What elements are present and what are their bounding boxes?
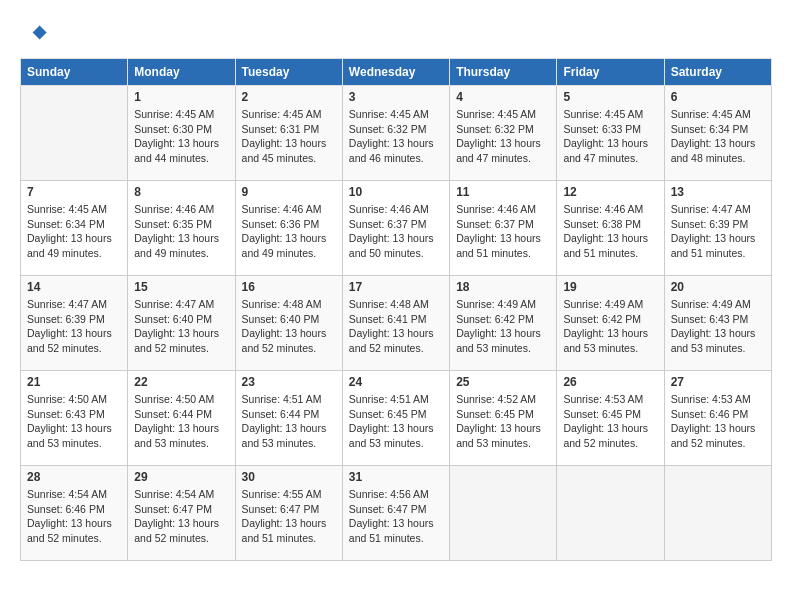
day-number: 3 — [349, 90, 443, 104]
day-cell: 2Sunrise: 4:45 AMSunset: 6:31 PMDaylight… — [235, 86, 342, 181]
day-cell: 29Sunrise: 4:54 AMSunset: 6:47 PMDayligh… — [128, 466, 235, 561]
day-number: 22 — [134, 375, 228, 389]
day-cell: 27Sunrise: 4:53 AMSunset: 6:46 PMDayligh… — [664, 371, 771, 466]
day-number: 18 — [456, 280, 550, 294]
day-cell: 11Sunrise: 4:46 AMSunset: 6:37 PMDayligh… — [450, 181, 557, 276]
day-info: Sunrise: 4:55 AMSunset: 6:47 PMDaylight:… — [242, 487, 336, 546]
day-cell: 17Sunrise: 4:48 AMSunset: 6:41 PMDayligh… — [342, 276, 449, 371]
day-cell: 10Sunrise: 4:46 AMSunset: 6:37 PMDayligh… — [342, 181, 449, 276]
day-cell: 26Sunrise: 4:53 AMSunset: 6:45 PMDayligh… — [557, 371, 664, 466]
day-number: 7 — [27, 185, 121, 199]
day-number: 6 — [671, 90, 765, 104]
day-number: 28 — [27, 470, 121, 484]
header-wednesday: Wednesday — [342, 59, 449, 86]
day-number: 13 — [671, 185, 765, 199]
day-info: Sunrise: 4:45 AMSunset: 6:34 PMDaylight:… — [27, 202, 121, 261]
week-row-3: 14Sunrise: 4:47 AMSunset: 6:39 PMDayligh… — [21, 276, 772, 371]
day-number: 10 — [349, 185, 443, 199]
week-row-5: 28Sunrise: 4:54 AMSunset: 6:46 PMDayligh… — [21, 466, 772, 561]
calendar-header-row: SundayMondayTuesdayWednesdayThursdayFrid… — [21, 59, 772, 86]
day-number: 19 — [563, 280, 657, 294]
day-cell: 3Sunrise: 4:45 AMSunset: 6:32 PMDaylight… — [342, 86, 449, 181]
page-header — [20, 20, 772, 48]
day-info: Sunrise: 4:51 AMSunset: 6:45 PMDaylight:… — [349, 392, 443, 451]
day-cell: 1Sunrise: 4:45 AMSunset: 6:30 PMDaylight… — [128, 86, 235, 181]
day-info: Sunrise: 4:56 AMSunset: 6:47 PMDaylight:… — [349, 487, 443, 546]
header-monday: Monday — [128, 59, 235, 86]
day-cell: 9Sunrise: 4:46 AMSunset: 6:36 PMDaylight… — [235, 181, 342, 276]
day-cell: 21Sunrise: 4:50 AMSunset: 6:43 PMDayligh… — [21, 371, 128, 466]
day-number: 16 — [242, 280, 336, 294]
day-info: Sunrise: 4:53 AMSunset: 6:46 PMDaylight:… — [671, 392, 765, 451]
day-cell: 4Sunrise: 4:45 AMSunset: 6:32 PMDaylight… — [450, 86, 557, 181]
day-info: Sunrise: 4:45 AMSunset: 6:34 PMDaylight:… — [671, 107, 765, 166]
day-cell — [664, 466, 771, 561]
day-info: Sunrise: 4:54 AMSunset: 6:46 PMDaylight:… — [27, 487, 121, 546]
day-info: Sunrise: 4:51 AMSunset: 6:44 PMDaylight:… — [242, 392, 336, 451]
day-number: 17 — [349, 280, 443, 294]
logo — [20, 20, 52, 48]
day-info: Sunrise: 4:48 AMSunset: 6:40 PMDaylight:… — [242, 297, 336, 356]
day-number: 26 — [563, 375, 657, 389]
day-number: 12 — [563, 185, 657, 199]
day-info: Sunrise: 4:46 AMSunset: 6:37 PMDaylight:… — [456, 202, 550, 261]
day-info: Sunrise: 4:46 AMSunset: 6:35 PMDaylight:… — [134, 202, 228, 261]
day-info: Sunrise: 4:47 AMSunset: 6:40 PMDaylight:… — [134, 297, 228, 356]
header-saturday: Saturday — [664, 59, 771, 86]
day-info: Sunrise: 4:46 AMSunset: 6:37 PMDaylight:… — [349, 202, 443, 261]
header-thursday: Thursday — [450, 59, 557, 86]
day-info: Sunrise: 4:47 AMSunset: 6:39 PMDaylight:… — [671, 202, 765, 261]
day-info: Sunrise: 4:49 AMSunset: 6:42 PMDaylight:… — [563, 297, 657, 356]
day-info: Sunrise: 4:46 AMSunset: 6:38 PMDaylight:… — [563, 202, 657, 261]
day-cell: 13Sunrise: 4:47 AMSunset: 6:39 PMDayligh… — [664, 181, 771, 276]
day-number: 31 — [349, 470, 443, 484]
day-number: 1 — [134, 90, 228, 104]
day-cell: 22Sunrise: 4:50 AMSunset: 6:44 PMDayligh… — [128, 371, 235, 466]
day-info: Sunrise: 4:45 AMSunset: 6:32 PMDaylight:… — [349, 107, 443, 166]
svg-marker-0 — [33, 26, 47, 40]
day-info: Sunrise: 4:45 AMSunset: 6:32 PMDaylight:… — [456, 107, 550, 166]
day-cell — [21, 86, 128, 181]
day-number: 11 — [456, 185, 550, 199]
day-cell: 7Sunrise: 4:45 AMSunset: 6:34 PMDaylight… — [21, 181, 128, 276]
day-number: 25 — [456, 375, 550, 389]
day-info: Sunrise: 4:52 AMSunset: 6:45 PMDaylight:… — [456, 392, 550, 451]
day-info: Sunrise: 4:49 AMSunset: 6:43 PMDaylight:… — [671, 297, 765, 356]
day-cell: 30Sunrise: 4:55 AMSunset: 6:47 PMDayligh… — [235, 466, 342, 561]
day-number: 14 — [27, 280, 121, 294]
day-cell: 23Sunrise: 4:51 AMSunset: 6:44 PMDayligh… — [235, 371, 342, 466]
day-info: Sunrise: 4:49 AMSunset: 6:42 PMDaylight:… — [456, 297, 550, 356]
day-info: Sunrise: 4:50 AMSunset: 6:43 PMDaylight:… — [27, 392, 121, 451]
calendar-table: SundayMondayTuesdayWednesdayThursdayFrid… — [20, 58, 772, 561]
day-cell — [450, 466, 557, 561]
day-number: 8 — [134, 185, 228, 199]
day-cell: 25Sunrise: 4:52 AMSunset: 6:45 PMDayligh… — [450, 371, 557, 466]
header-sunday: Sunday — [21, 59, 128, 86]
day-number: 23 — [242, 375, 336, 389]
day-number: 21 — [27, 375, 121, 389]
day-info: Sunrise: 4:45 AMSunset: 6:30 PMDaylight:… — [134, 107, 228, 166]
day-info: Sunrise: 4:46 AMSunset: 6:36 PMDaylight:… — [242, 202, 336, 261]
calendar-body: 1Sunrise: 4:45 AMSunset: 6:30 PMDaylight… — [21, 86, 772, 561]
day-number: 24 — [349, 375, 443, 389]
day-cell: 5Sunrise: 4:45 AMSunset: 6:33 PMDaylight… — [557, 86, 664, 181]
day-info: Sunrise: 4:50 AMSunset: 6:44 PMDaylight:… — [134, 392, 228, 451]
day-cell: 15Sunrise: 4:47 AMSunset: 6:40 PMDayligh… — [128, 276, 235, 371]
day-number: 2 — [242, 90, 336, 104]
day-number: 29 — [134, 470, 228, 484]
day-cell: 12Sunrise: 4:46 AMSunset: 6:38 PMDayligh… — [557, 181, 664, 276]
day-number: 4 — [456, 90, 550, 104]
day-number: 30 — [242, 470, 336, 484]
day-info: Sunrise: 4:53 AMSunset: 6:45 PMDaylight:… — [563, 392, 657, 451]
day-cell: 19Sunrise: 4:49 AMSunset: 6:42 PMDayligh… — [557, 276, 664, 371]
day-number: 20 — [671, 280, 765, 294]
logo-icon — [20, 20, 48, 48]
day-info: Sunrise: 4:47 AMSunset: 6:39 PMDaylight:… — [27, 297, 121, 356]
day-cell: 24Sunrise: 4:51 AMSunset: 6:45 PMDayligh… — [342, 371, 449, 466]
day-cell: 28Sunrise: 4:54 AMSunset: 6:46 PMDayligh… — [21, 466, 128, 561]
day-cell: 14Sunrise: 4:47 AMSunset: 6:39 PMDayligh… — [21, 276, 128, 371]
day-number: 9 — [242, 185, 336, 199]
day-info: Sunrise: 4:45 AMSunset: 6:31 PMDaylight:… — [242, 107, 336, 166]
week-row-1: 1Sunrise: 4:45 AMSunset: 6:30 PMDaylight… — [21, 86, 772, 181]
header-friday: Friday — [557, 59, 664, 86]
